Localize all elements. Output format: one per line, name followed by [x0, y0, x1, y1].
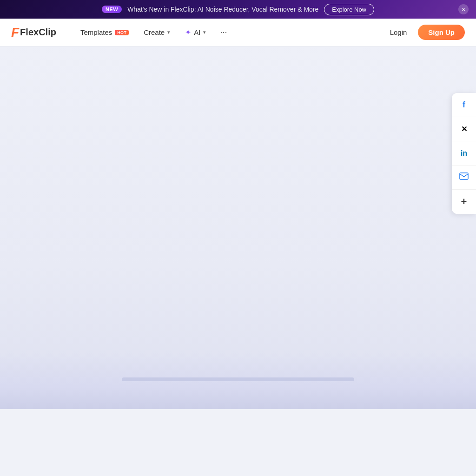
bottom-hint-bar	[122, 377, 354, 381]
facebook-share-button[interactable]: f	[452, 93, 476, 117]
bottom-hint	[0, 353, 476, 409]
main-content	[0, 46, 476, 409]
logo-text: FlexClip	[20, 27, 56, 38]
linkedin-share-button[interactable]: in	[452, 141, 476, 165]
explore-now-button[interactable]: Explore Now	[324, 4, 374, 15]
announcement-bar: NEW What's New in FlexClip: AI Noise Red…	[0, 0, 476, 19]
templates-nav-item[interactable]: Templates HOT	[75, 26, 134, 39]
ai-chevron-icon: ▾	[203, 29, 206, 35]
linkedin-icon: in	[461, 149, 467, 158]
logo-link[interactable]: F FlexClip	[11, 26, 56, 39]
announcement-text: What's New in FlexClip: AI Noise Reducer…	[127, 6, 318, 13]
twitter-icon: ✕	[461, 125, 467, 133]
ai-star-icon: ✦	[185, 28, 191, 37]
logo-icon: F	[11, 26, 19, 39]
more-share-button[interactable]: +	[452, 190, 476, 214]
facebook-icon: f	[463, 100, 465, 110]
ai-label: AI	[194, 28, 200, 36]
hot-badge: HOT	[115, 30, 129, 35]
email-share-button[interactable]	[452, 165, 476, 190]
more-nav-button[interactable]: ···	[215, 25, 231, 40]
create-label: Create	[144, 28, 165, 36]
social-sidebar: f ✕ in +	[452, 93, 476, 214]
create-chevron-icon: ▾	[167, 29, 170, 35]
templates-label: Templates	[80, 28, 112, 36]
announcement-close-button[interactable]: ×	[458, 4, 469, 14]
nav-right: Login Sign Up	[384, 25, 465, 40]
signup-button[interactable]: Sign Up	[418, 25, 465, 40]
new-badge: NEW	[102, 6, 122, 13]
nav-links: Templates HOT Create ▾ ✦ AI ▾ ···	[75, 25, 384, 40]
email-icon	[459, 172, 469, 182]
svg-rect-0	[460, 173, 468, 179]
twitter-share-button[interactable]: ✕	[452, 117, 476, 141]
login-button[interactable]: Login	[384, 26, 413, 39]
create-nav-item[interactable]: Create ▾	[138, 26, 176, 39]
navbar: F FlexClip Templates HOT Create ▾ ✦ AI ▾…	[0, 19, 476, 46]
ai-nav-item[interactable]: ✦ AI ▾	[179, 25, 212, 40]
